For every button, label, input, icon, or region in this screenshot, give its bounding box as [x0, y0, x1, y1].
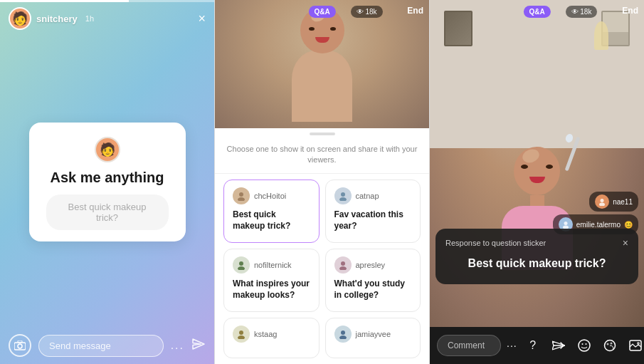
- ask-card: 🧑 Ask me anything Best quick makeup tric…: [29, 123, 186, 241]
- panel-subtitle: Choose one to show it on screen and shar…: [215, 137, 429, 174]
- live-stream-response-panel: Q&A 👁 18k End nae11 emilie.talermo 😊: [430, 0, 644, 364]
- question-username: chcHoitoi: [254, 192, 286, 200]
- question-user-row: catnap: [334, 187, 412, 204]
- time-label: 1h: [85, 14, 94, 23]
- question-avatar: [334, 326, 352, 343]
- emoji-icon[interactable]: [574, 336, 594, 355]
- question-card[interactable]: nofilternick What inspires your makeup l…: [223, 249, 320, 312]
- svg-point-6: [339, 197, 347, 201]
- question-user-row: apresley: [334, 256, 412, 274]
- response-sticker: Response to question sticker × Best quic…: [436, 229, 638, 284]
- story-header: 🧑 snitchery 1h ×: [0, 0, 214, 37]
- response-close-icon[interactable]: ×: [623, 237, 628, 249]
- question-username: jamiayvee: [356, 330, 391, 338]
- svg-point-11: [239, 331, 243, 335]
- more-options-icon[interactable]: ···: [507, 340, 517, 351]
- question-card[interactable]: jamiayvee: [325, 318, 421, 358]
- question-user-row: chcHoitoi: [233, 187, 310, 204]
- questions-grid: chcHoitoi Best quick makeup trick? catna…: [215, 174, 429, 364]
- more-options-button[interactable]: ...: [171, 339, 184, 352]
- question-user-row: jamiayvee: [334, 326, 412, 343]
- svg-point-1: [18, 344, 22, 348]
- svg-point-10: [339, 266, 347, 270]
- live-toolbar: Comment ··· ?: [430, 327, 644, 364]
- viewers-badge: 👁 18k: [351, 6, 383, 18]
- live-questions-panel: Q&A 👁 18k End Choose one to show it on s…: [214, 0, 430, 364]
- question-card[interactable]: catnap Fav vacation this year?: [325, 180, 421, 243]
- question-username: catnap: [356, 192, 379, 200]
- question-card[interactable]: kstaag: [223, 318, 320, 358]
- response-label: Response to question sticker: [445, 239, 546, 247]
- eye-icon-panel3: 👁: [571, 8, 581, 16]
- send-icon[interactable]: [549, 336, 569, 355]
- send-icon[interactable]: [191, 338, 206, 354]
- viewers-count-panel3: 18k: [580, 8, 591, 16]
- sticker-icon[interactable]: [600, 336, 620, 355]
- ask-card-avatar: 🧑: [95, 137, 120, 162]
- svg-point-20: [581, 343, 583, 345]
- artwork-left: [444, 11, 473, 46]
- qa-badge: Q&A: [308, 6, 335, 18]
- ask-card-title: Ask me anything: [46, 170, 169, 186]
- question-card[interactable]: chcHoitoi Best quick makeup trick?: [223, 180, 320, 243]
- svg-point-4: [238, 197, 245, 201]
- comments-overlay: nae11 emilie.talermo 😊: [553, 192, 638, 234]
- svg-rect-2: [18, 340, 22, 343]
- response-header: Response to question sticker ×: [445, 237, 628, 249]
- svg-point-17: [564, 222, 567, 225]
- story-content: 🧑 Ask me anything Best quick makeup tric…: [0, 37, 214, 327]
- question-user-row: kstaag: [233, 326, 310, 343]
- svg-point-5: [341, 192, 345, 197]
- comment-bubble: nae11: [589, 192, 638, 212]
- response-question-text: Best quick makeup trick?: [445, 254, 628, 276]
- comment-avatar: [595, 194, 609, 209]
- ask-card-input[interactable]: Best quick makeup trick?: [46, 194, 169, 230]
- username-label: snitchery: [36, 14, 78, 24]
- question-text: Fav vacation this year?: [334, 209, 412, 232]
- sheet-handle: [310, 132, 335, 135]
- eye-icon: 👁: [357, 8, 364, 16]
- lamp: [594, 21, 608, 50]
- question-username: apresley: [356, 261, 386, 269]
- question-avatar: [334, 256, 352, 274]
- svg-point-8: [238, 266, 245, 270]
- comment-username: nae11: [613, 198, 633, 206]
- question-user-row: nofilternick: [233, 256, 310, 274]
- live-video-main: Q&A 👁 18k End nae11 emilie.talermo 😊: [430, 0, 644, 327]
- svg-point-23: [606, 343, 608, 345]
- svg-point-7: [239, 261, 243, 266]
- svg-point-15: [601, 199, 604, 202]
- story-user: 🧑 snitchery 1h: [9, 7, 94, 30]
- camera-icon[interactable]: [9, 334, 31, 357]
- question-card[interactable]: apresley What'd you study in college?: [325, 249, 421, 312]
- close-icon[interactable]: ×: [198, 11, 206, 26]
- comment-username: emilie.talermo: [576, 221, 621, 229]
- question-username: kstaag: [254, 330, 277, 338]
- question-text: What inspires your makeup looks?: [233, 278, 310, 301]
- svg-point-13: [341, 331, 345, 335]
- live-video-preview: Q&A 👁 18k End: [215, 0, 429, 128]
- avatar: 🧑: [9, 7, 31, 30]
- viewers-count: 18k: [366, 8, 377, 16]
- comment-emoji: 😊: [624, 221, 633, 229]
- story-footer: Send message ...: [0, 327, 214, 364]
- end-button-panel3[interactable]: End: [622, 6, 638, 16]
- send-message-input[interactable]: Send message: [38, 335, 164, 357]
- svg-point-14: [339, 336, 347, 339]
- svg-point-21: [585, 343, 586, 345]
- comment-input[interactable]: Comment: [437, 335, 501, 356]
- question-avatar: [334, 187, 352, 204]
- question-icon[interactable]: ?: [523, 336, 543, 355]
- question-avatar: [233, 326, 250, 343]
- question-avatar: [233, 187, 250, 204]
- gallery-icon[interactable]: [625, 336, 644, 355]
- end-live-button[interactable]: End: [407, 6, 423, 16]
- viewers-badge-panel3: 👁 18k: [566, 6, 598, 18]
- question-text: What'd you study in college?: [334, 278, 412, 301]
- story-panel: 🧑 snitchery 1h × 🧑 Ask me anything Best …: [0, 0, 214, 364]
- svg-point-26: [637, 342, 640, 345]
- question-username: nofilternick: [254, 261, 292, 269]
- svg-point-12: [238, 336, 245, 339]
- question-text: Best quick makeup trick?: [233, 209, 310, 232]
- svg-point-24: [610, 343, 612, 345]
